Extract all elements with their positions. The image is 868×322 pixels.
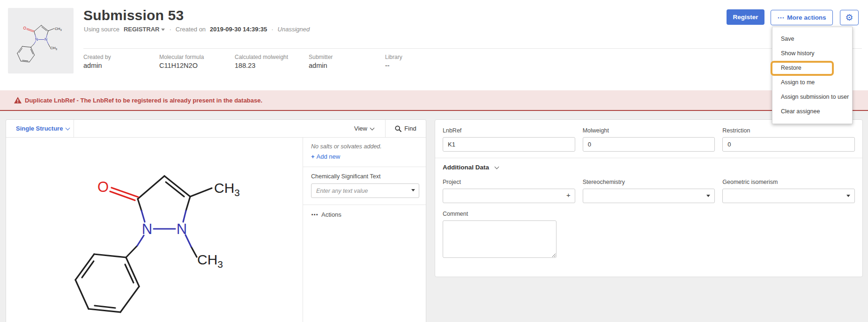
molweight-input[interactable] <box>583 137 715 152</box>
meta-molecular-formula: Molecular formula C11H12N2O <box>159 54 235 69</box>
source-caret-icon <box>161 29 165 31</box>
meta-label: Created by <box>83 54 159 60</box>
stereochemistry-label: Stereochemistry <box>583 179 715 185</box>
meta-label: Submitter <box>309 54 385 60</box>
meta-submitter: Submitter admin <box>309 54 385 69</box>
lnbref-label: LnbRef <box>443 127 575 134</box>
meta-calculated-molweight: Calculated molweight 188.23 <box>235 54 309 69</box>
created-on-value: 2019-09-30 14:39:35 <box>210 26 267 33</box>
nitrogen-atom-label: N <box>142 221 152 237</box>
lnbref-field: LnbRef <box>443 126 575 152</box>
meta-value: -- <box>385 62 451 69</box>
menu-item-restore[interactable]: Restore <box>772 61 852 75</box>
menu-item-assign-to-me[interactable]: Assign to me <box>772 75 852 90</box>
project-label: Project <box>443 179 575 185</box>
stereochemistry-select[interactable] <box>583 189 715 203</box>
stereochemistry-field: Stereochemistry <box>583 178 715 203</box>
salts-note: No salts or solvates added. <box>311 143 419 150</box>
assignee-status: Unassigned <box>278 26 310 33</box>
additional-data-label: Additional Data <box>443 164 489 171</box>
methyl-group-label: CH3 <box>214 180 240 198</box>
actions-label: Actions <box>321 211 341 218</box>
geometric-isomerism-label: Geometric isomerism <box>722 179 855 185</box>
cst-input[interactable] <box>311 183 419 198</box>
caret-down-icon[interactable] <box>706 195 710 197</box>
add-new-label: Add new <box>317 153 341 160</box>
structure-panel: Single Structure View Find <box>6 119 426 322</box>
separator-dot: · <box>169 26 171 33</box>
page-title: Submission 53 <box>83 7 184 23</box>
more-actions-button[interactable]: ⋯ More actions <box>771 10 833 25</box>
meta-value: 188.23 <box>235 62 309 69</box>
menu-item-assign-submission-to-user[interactable]: Assign submission to user <box>772 90 852 104</box>
structure-thumbnail <box>8 8 74 73</box>
add-project-icon[interactable]: + <box>566 191 571 199</box>
lnbref-input[interactable] <box>443 137 575 152</box>
comment-textarea[interactable] <box>443 220 556 258</box>
meta-label: Molecular formula <box>159 54 235 60</box>
header: Submission 53 Using source REGISTRAR · C… <box>0 0 868 90</box>
menu-item-clear-assignee[interactable]: Clear assignee <box>772 104 852 119</box>
created-on-label: Created on <box>176 26 206 33</box>
molweight-label: Molweight <box>583 127 715 134</box>
alert-message: Duplicate LnbRef - The LnbRef to be regi… <box>25 97 262 104</box>
chevron-down-icon[interactable] <box>411 189 415 191</box>
structure-toolbar: Single Structure View Find <box>6 120 426 138</box>
using-source-label: Using source <box>84 26 119 33</box>
gear-icon: ⚙ <box>845 13 853 22</box>
divider <box>303 205 426 205</box>
project-input[interactable] <box>443 189 575 203</box>
more-actions-label: More actions <box>787 14 826 21</box>
source-value: REGISTRAR <box>124 26 160 33</box>
source-dropdown[interactable]: REGISTRAR <box>124 26 165 33</box>
warning-icon <box>14 97 22 103</box>
find-button[interactable]: Find <box>386 120 426 137</box>
actions-menu-button[interactable]: ⋯ Actions <box>311 211 419 218</box>
settings-button[interactable]: ⚙ <box>840 10 859 25</box>
metadata-row: Created by admin Molecular formula C11H1… <box>83 48 862 69</box>
structure-mode-dropdown[interactable]: Single Structure <box>6 120 74 137</box>
chevron-down-icon <box>494 165 499 169</box>
structure-thumbnail-svg <box>8 8 74 73</box>
meta-library: Library -- <box>385 54 451 69</box>
geometric-isomerism-field: Geometric isomerism <box>722 178 855 203</box>
salts-side-column: No salts or solvates added. +Add new Che… <box>303 138 426 218</box>
meta-value: C11H12N2O <box>159 62 235 69</box>
view-dropdown[interactable]: View <box>343 120 386 137</box>
menu-item-restore-label: Restore <box>781 65 801 71</box>
ellipsis-icon: ⋯ <box>311 212 318 217</box>
alert-text: Duplicate LnbRef - The LnbRef to be regi… <box>14 97 262 104</box>
meta-label: Library <box>385 54 451 60</box>
menu-item-show-history[interactable]: Show history <box>772 46 852 61</box>
duplicate-alert-banner: Duplicate LnbRef - The LnbRef to be regi… <box>0 90 868 111</box>
restriction-field: Restriction <box>722 126 855 152</box>
register-button[interactable]: Register <box>727 9 764 25</box>
search-icon <box>395 125 401 132</box>
molecule-drawing: O N N CH3 CH3 <box>57 154 300 322</box>
restriction-label: Restriction <box>722 127 855 134</box>
cst-label: Chemically Significant Text <box>311 173 419 180</box>
meta-created-by: Created by admin <box>83 54 159 69</box>
page: Submission 53 Using source REGISTRAR · C… <box>0 0 868 322</box>
add-new-button[interactable]: +Add new <box>311 153 419 160</box>
caret-down-icon[interactable] <box>846 195 850 197</box>
meta-label: Calculated molweight <box>235 54 309 60</box>
chevron-down-icon <box>66 126 70 131</box>
cst-field <box>311 183 419 198</box>
project-field: Project + <box>443 178 575 203</box>
ellipsis-icon: ⋯ <box>777 15 784 20</box>
plus-icon: + <box>311 153 315 160</box>
find-label: Find <box>404 125 416 132</box>
comment-field: Comment <box>443 211 855 260</box>
additional-data-toggle[interactable]: Additional Data <box>443 164 855 171</box>
structure-canvas[interactable]: O N N CH3 CH3 No salts or solvates added… <box>6 138 426 322</box>
methyl-group-label: CH3 <box>197 252 223 270</box>
restriction-input[interactable] <box>722 137 855 152</box>
molweight-field: Molweight <box>583 126 715 152</box>
geometric-isomerism-select[interactable] <box>722 189 855 203</box>
more-actions-menu: Save Show history Restore Assign to me A… <box>772 27 853 124</box>
menu-item-save[interactable]: Save <box>772 32 852 46</box>
restore-highlight-ring <box>771 61 834 76</box>
chevron-down-icon <box>370 126 375 131</box>
divider <box>435 158 862 158</box>
